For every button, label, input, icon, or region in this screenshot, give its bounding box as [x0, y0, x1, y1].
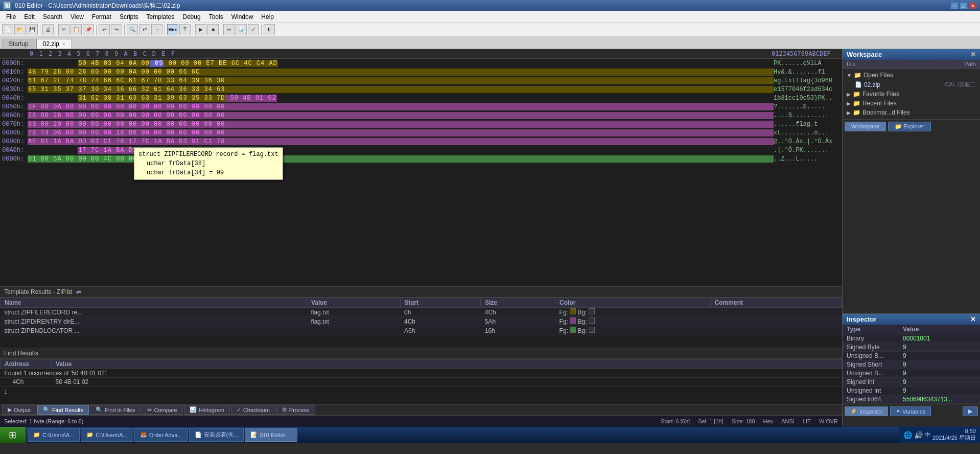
- undo-button[interactable]: ↩: [99, 24, 110, 35]
- hex-row-0070[interactable]: 0070h: 00 00 20 00 00 00 00 00 00 00 00 …: [0, 120, 842, 128]
- save-button[interactable]: 💾: [27, 24, 38, 35]
- hex-row-0080[interactable]: 0080h: 78 74 0A 00 00 00 00 18 D6 90 00 …: [0, 128, 842, 137]
- addr-0010: 0010h:: [2, 69, 28, 76]
- bytes-0060: 26 00 26 00 00 00 00 00 00 00 00 00 00 0…: [28, 112, 774, 119]
- hex-row-00b0[interactable]: 00B0h: 01 00 5A 00 00 00 4C 00 00 00 00 …: [0, 154, 842, 163]
- run-template-button[interactable]: ▶: [195, 24, 206, 35]
- checksum-button[interactable]: ✓: [248, 24, 259, 35]
- hex-editor[interactable]: 0 1 2 3 4 5 6 7 8 9 A B C D E F 01234567…: [0, 49, 842, 286]
- hex-row-0050[interactable]: 0050h: 3F 00 0A 00 00 00 00 00 00 00 00 …: [0, 102, 842, 111]
- bytes-0050: 3F 00 0A 00 00 00 00 00 00 00 00 00 00 0…: [28, 103, 774, 110]
- workspace-close-icon[interactable]: ✕: [970, 51, 976, 58]
- btab-histogram-label: Histogram: [199, 407, 224, 413]
- redo-button[interactable]: ↪: [111, 24, 122, 35]
- btab-output[interactable]: ▶ Output: [2, 405, 36, 415]
- compare-button[interactable]: ⇔: [223, 24, 235, 35]
- goto-button[interactable]: →: [151, 24, 162, 35]
- btab-find-in-files[interactable]: 🔍 Find in Files: [90, 405, 141, 415]
- btab-checksum[interactable]: ✓ Checksum: [231, 405, 275, 415]
- btab-histogram[interactable]: 📊 Histogram: [184, 405, 230, 415]
- table-row[interactable]: struct ZIPDIRENTRY dirE... flag.txt 4Ch …: [1, 317, 842, 326]
- menu-scripts[interactable]: Scripts: [115, 12, 143, 21]
- print-button[interactable]: 🖨: [42, 24, 54, 35]
- list-item[interactable]: Unsigned S... 9: [843, 369, 980, 378]
- menu-tools[interactable]: Tools: [205, 12, 227, 21]
- cut-button[interactable]: ✂: [58, 24, 69, 35]
- ins-nav-variables[interactable]: ✦ Variables: [890, 406, 931, 416]
- btab-find-results[interactable]: 🔍 Find Results: [37, 405, 89, 415]
- ws-nav-explorer[interactable]: 📁 Explorer: [888, 122, 931, 131]
- status-start: Start: 6 [6h]: [661, 418, 690, 424]
- addr-0040: 0040h:: [2, 95, 28, 102]
- ws-open-files-group[interactable]: ▼ 📁 Open Files: [845, 71, 978, 80]
- menu-templates[interactable]: Templates: [143, 12, 179, 21]
- btab-compare[interactable]: ⇔ Compare: [142, 405, 182, 415]
- menu-debug[interactable]: Debug: [178, 12, 204, 21]
- start-button[interactable]: ⊞: [0, 427, 26, 443]
- inspector-close-icon[interactable]: ✕: [970, 315, 976, 323]
- tab-active[interactable]: 02.zip ×: [36, 39, 72, 49]
- taskbar-item-doc[interactable]: 📄 安装必看(含...: [189, 428, 244, 442]
- paste-button[interactable]: 📌: [83, 24, 94, 35]
- list-item[interactable]: Signed Byte 9: [843, 343, 980, 352]
- active-tab-close[interactable]: ×: [62, 41, 65, 47]
- table-row[interactable]: struct ZIPFILERECORD re... flag.txt 0h 4…: [1, 308, 842, 317]
- list-item[interactable]: Binary 00001001: [843, 334, 980, 343]
- menu-file[interactable]: File: [2, 12, 20, 21]
- ws-bookmark-files-group[interactable]: ▶ 📁 Bookmar...d Files: [845, 108, 978, 117]
- ins-col-value: Value: [899, 325, 980, 334]
- pause-button[interactable]: ⏸: [264, 24, 275, 35]
- ws-favorite-files-group[interactable]: ▶ 📁 Favorite Files: [845, 89, 978, 99]
- ins-nav-arrow[interactable]: ▶: [963, 406, 978, 416]
- table-row[interactable]: struct ZIPENDLOCATOR ... A6h 16h Fg: Bg:: [1, 326, 842, 335]
- menu-window[interactable]: Window: [227, 12, 258, 21]
- open-button[interactable]: 📂: [14, 24, 26, 35]
- menu-help[interactable]: Help: [257, 12, 278, 21]
- menu-search[interactable]: Search: [39, 12, 66, 21]
- hex-row-0000[interactable]: 0000h: 50 4B 03 04 0A 00 09 00 00 00 E7 …: [0, 59, 842, 67]
- list-item[interactable]: Unsigned B... 9: [843, 352, 980, 360]
- find-button[interactable]: 🔍: [127, 24, 138, 35]
- text-mode-button[interactable]: T: [179, 24, 191, 35]
- hex-mode-button[interactable]: Hex: [167, 24, 178, 35]
- list-item[interactable]: Signed Short 9: [843, 360, 980, 369]
- taskbar-item-firefox[interactable]: 🦊 Order Adva...: [134, 428, 188, 442]
- table-row[interactable]: 4Ch 50 4B 01 02: [1, 378, 842, 387]
- menu-format[interactable]: Format: [88, 12, 115, 21]
- ws-file-02zip[interactable]: 📄 02.zip CA\..\实验二: [845, 80, 978, 89]
- list-item[interactable]: Signed Int 9: [843, 378, 980, 387]
- hex-row-00a0[interactable]: 00A0h: 17 7C 1A BA D3 01 50 4B 05 06 00 …: [0, 146, 842, 154]
- hex-row-0020[interactable]: 0020h: 61 67 2E 74 78 74 66 6C 61 67 7B …: [0, 76, 842, 85]
- taskbar-item-explorer1[interactable]: 📁 C:\Users\A...: [28, 428, 80, 442]
- ws-recent-files-group[interactable]: ▶ 📁 Recent Files: [845, 99, 978, 108]
- ws-nav-workspace[interactable]: Workspace: [845, 122, 886, 131]
- close-button[interactable]: ✕: [969, 2, 977, 9]
- minimize-button[interactable]: ─: [950, 2, 959, 9]
- hex-row-0040[interactable]: 0040h: 31 62 38 31 63 63 31 39 63 35 33 …: [0, 94, 842, 102]
- hex-row-0010[interactable]: 0010h: 48 79 26 00 26 00 00 00 0A 00 00 …: [0, 67, 842, 76]
- stop-template-button[interactable]: ■: [207, 24, 219, 35]
- hex-rows[interactable]: 0000h: 50 4B 03 04 0A 00 09 00 00 00 E7 …: [0, 59, 842, 163]
- copy-button[interactable]: 📋: [71, 24, 82, 35]
- ins-nav-inspector[interactable]: ⚡ Inspector: [845, 406, 888, 416]
- tr-row2-value: [307, 326, 400, 335]
- taskbar-item-explorer2[interactable]: 📁 C:\Users\A...: [81, 428, 133, 442]
- tr-row0-color: Fg: Bg:: [555, 308, 711, 317]
- btab-process[interactable]: ⚙ Process: [276, 405, 315, 415]
- histogram-button[interactable]: 📊: [236, 24, 247, 35]
- hex-row-0060[interactable]: 0060h: 26 00 26 00 00 00 00 00 00 00 00 …: [0, 111, 842, 120]
- new-button[interactable]: 📄: [2, 24, 13, 35]
- menu-view[interactable]: View: [66, 12, 88, 21]
- tab-startup[interactable]: Startup: [2, 39, 35, 49]
- tr-row1-comment: [710, 317, 842, 326]
- list-item[interactable]: Unsigned Int 9: [843, 387, 980, 395]
- replace-button[interactable]: ⇄: [139, 24, 150, 35]
- menu-edit[interactable]: Edit: [20, 12, 39, 21]
- addr-0060: 0060h:: [2, 112, 28, 119]
- taskbar-item-explorer2-label: C:\Users\A...: [96, 432, 127, 438]
- tr-col-start: Start: [400, 298, 481, 308]
- status-ansi: ANSI: [781, 418, 795, 424]
- list-item[interactable]: Signed Int64 5506986343713...: [843, 395, 980, 404]
- taskbar-item-010editor[interactable]: 📝 010 Editor ...: [245, 428, 297, 442]
- maximize-button[interactable]: □: [960, 2, 968, 9]
